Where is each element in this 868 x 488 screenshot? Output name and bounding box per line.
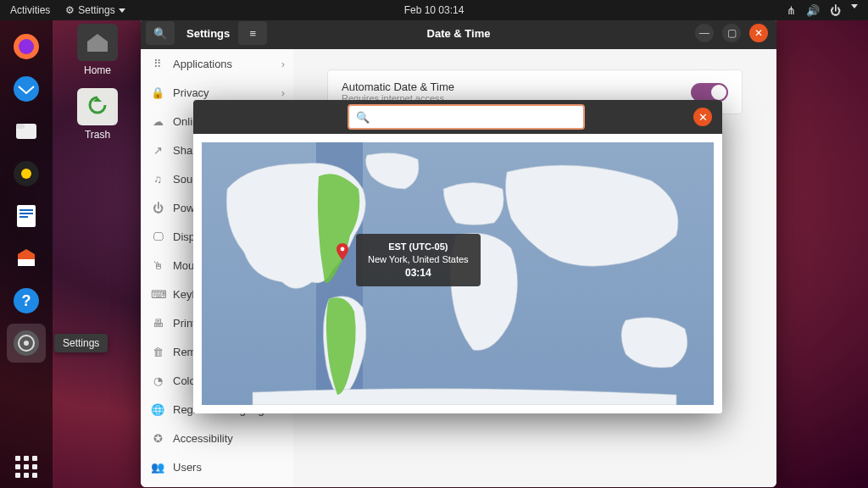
timezone-dialog-close[interactable]: ✕ <box>693 108 712 126</box>
users-icon: 👥 <box>151 461 164 474</box>
desktop-home-label: Home <box>68 64 127 76</box>
sidebar-item-label: Privacy <box>173 86 209 99</box>
power-icon: ⏻ <box>151 202 164 214</box>
app-menu[interactable]: ⚙ Settings <box>65 4 125 16</box>
home-folder-icon <box>77 24 118 61</box>
lock-icon: 🔒 <box>151 86 164 99</box>
sidebar-item-applications[interactable]: ⠿Applications› <box>141 49 293 78</box>
timezone-map[interactable]: EST (UTC-05) New York, United States 03:… <box>202 142 714 405</box>
globe-icon: 🌐 <box>151 403 164 416</box>
grid-icon: ⠿ <box>151 58 164 70</box>
window-title-left: Settings <box>186 27 230 40</box>
dock-software[interactable] <box>7 239 46 278</box>
dock-files[interactable] <box>7 112 46 151</box>
dock-tooltip: Settings <box>54 334 108 352</box>
sidebar-item-label: Applications <box>173 58 232 70</box>
activities-button[interactable]: Activities <box>10 4 50 16</box>
dock-thunderbird[interactable] <box>7 69 46 108</box>
keyboard-icon: ⌨ <box>151 288 164 301</box>
svg-rect-11 <box>18 259 35 266</box>
printer-icon: 🖶 <box>151 317 164 330</box>
timezone-map-container: EST (UTC-05) New York, United States 03:… <box>193 134 722 413</box>
power-icon[interactable]: ⏻ <box>830 4 841 17</box>
system-menu-chevron[interactable] <box>851 4 858 8</box>
timezone-tooltip: EST (UTC-05) New York, United States 03:… <box>356 234 481 286</box>
dock-libreoffice-writer[interactable] <box>7 197 46 236</box>
dock-firefox[interactable] <box>7 27 46 66</box>
sidebar-item-label: Accessibility <box>173 432 233 445</box>
mouse-icon: 🖱 <box>151 259 164 272</box>
sidebar-item-accessibility[interactable]: ✪Accessibility <box>141 424 293 452</box>
music-icon: ♫ <box>151 173 164 186</box>
clock[interactable]: Feb 10 03:14 <box>404 4 465 16</box>
volume-icon[interactable]: 🔊 <box>806 4 820 17</box>
svg-point-16 <box>24 341 29 346</box>
svg-rect-4 <box>16 124 25 129</box>
desktop-trash-label: Trash <box>68 129 127 141</box>
sidebar-item-label: Users <box>173 461 202 474</box>
timezone-pin <box>337 243 347 253</box>
svg-text:?: ? <box>22 292 31 309</box>
dock-settings[interactable]: Settings <box>7 324 46 363</box>
svg-point-17 <box>341 247 345 252</box>
apps-grid-icon <box>15 456 37 478</box>
search-icon: 🔍 <box>356 111 370 124</box>
svg-rect-10 <box>19 216 28 218</box>
svg-point-2 <box>14 76 39 102</box>
svg-point-1 <box>19 39 34 54</box>
hamburger-icon: ≡ <box>250 27 257 40</box>
trash-icon <box>77 88 118 125</box>
timezone-dialog: 🔍 ✕ <box>193 100 722 413</box>
chevron-down-icon <box>119 8 125 13</box>
sidebar-item-users[interactable]: 👥Users <box>141 452 293 481</box>
dock-rhythmbox[interactable] <box>7 154 46 193</box>
window-title-center: Date & Time <box>427 27 491 40</box>
timezone-search[interactable]: 🔍 <box>348 104 585 130</box>
window-headerbar: 🔍 Settings ≡ Date & Time — ▢ ✕ <box>141 17 776 49</box>
timezone-dialog-header: 🔍 ✕ <box>193 100 722 134</box>
svg-point-6 <box>21 169 31 179</box>
chevron-right-icon: › <box>281 58 285 70</box>
cloud-icon: ☁ <box>151 115 164 128</box>
svg-rect-9 <box>19 213 33 214</box>
desktop-trash[interactable]: Trash <box>68 88 127 141</box>
app-menu-label: Settings <box>78 4 114 16</box>
removable-icon: 🗑 <box>151 346 164 358</box>
dock-help[interactable]: ? <box>7 281 46 320</box>
search-icon: 🔍 <box>153 27 167 40</box>
timezone-search-input[interactable] <box>370 110 576 124</box>
window-close[interactable]: ✕ <box>749 24 768 42</box>
tz-time: 03:14 <box>368 266 469 280</box>
network-status-icon[interactable]: ⋔ <box>787 4 796 17</box>
auto-datetime-label: Automatic Date & Time <box>342 80 454 93</box>
dock-show-apps[interactable] <box>7 447 46 486</box>
auto-datetime-switch[interactable] <box>691 83 728 102</box>
dock: ? Settings <box>0 20 53 488</box>
desktop-home[interactable]: Home <box>68 24 127 76</box>
accessibility-icon: ✪ <box>151 432 164 445</box>
svg-rect-8 <box>19 209 33 211</box>
header-menu-button[interactable]: ≡ <box>238 21 267 45</box>
tz-location: New York, United States <box>368 253 469 266</box>
window-minimize[interactable]: — <box>695 24 714 42</box>
tz-abbrev: EST (UTC-05) <box>368 241 469 253</box>
chevron-right-icon: › <box>281 86 285 99</box>
display-icon: 🖵 <box>151 230 164 243</box>
color-icon: ◔ <box>151 374 164 387</box>
gear-icon: ⚙ <box>65 4 75 16</box>
share-icon: ↗ <box>151 144 164 157</box>
gnome-top-bar: Activities ⚙ Settings Feb 10 03:14 ⋔ 🔊 ⏻ <box>0 0 868 20</box>
header-search-button[interactable]: 🔍 <box>146 21 175 45</box>
window-maximize[interactable]: ▢ <box>722 24 741 42</box>
